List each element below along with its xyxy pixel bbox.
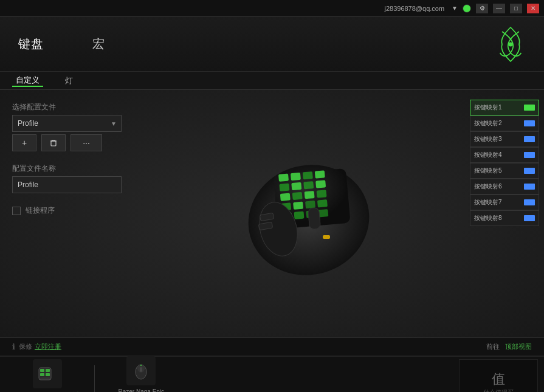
device-icon-naga — [126, 356, 156, 385]
svg-rect-8 — [278, 173, 289, 181]
key-mapping-item-5[interactable]: 按键映射5 — [470, 163, 539, 179]
profile-name-input[interactable] — [12, 176, 122, 193]
header-tabs: 键盘 宏 — [18, 36, 105, 52]
register-link[interactable]: 立即注册 — [35, 342, 61, 351]
view-prefix: 前往 — [486, 343, 500, 350]
key-mappings-container: 按键映射1按键映射2按键映射3按键映射4按键映射5按键映射6按键映射7按键映射8 — [470, 100, 539, 226]
svg-rect-9 — [290, 172, 300, 180]
info-icon: ℹ — [12, 342, 15, 351]
status-dot — [463, 4, 471, 13]
svg-rect-16 — [280, 193, 290, 201]
right-panel: 按键映射1按键映射2按键映射3按键映射4按键映射5按键映射6按键映射7按键映射8 — [465, 90, 544, 337]
key-mapping-bar-3 — [524, 136, 535, 142]
link-program-label: 链接程序 — [26, 205, 55, 216]
svg-rect-34 — [46, 369, 50, 372]
profile-select[interactable]: Profile — [12, 115, 122, 132]
key-mapping-label-1: 按键映射1 — [474, 103, 502, 112]
dropdown-arrow: ▼ — [452, 5, 458, 12]
close-button[interactable]: ✕ — [527, 4, 539, 13]
svg-rect-17 — [292, 191, 302, 199]
key-mapping-bar-6 — [524, 184, 535, 190]
link-program-checkbox[interactable] — [12, 207, 21, 215]
device-item-naga[interactable]: Razer Naga EpicChroma 那伽梵蛇无极幻彩版 — [101, 351, 181, 393]
key-mapping-bar-2 — [524, 120, 535, 126]
main-content: 选择配置文件 Profile ▼ + ··· — [0, 90, 544, 337]
watermark-icon: 值 — [483, 370, 514, 388]
subnav-light[interactable]: 灯 — [61, 75, 77, 86]
key-mapping-item-6[interactable]: 按键映射6 — [470, 179, 539, 194]
key-mapping-item-2[interactable]: 按键映射2 — [470, 115, 539, 131]
svg-rect-33 — [40, 369, 44, 372]
key-mapping-label-2: 按键映射2 — [474, 119, 502, 128]
svg-rect-19 — [316, 190, 326, 198]
more-profile-button[interactable]: ··· — [71, 134, 102, 151]
key-mapping-item-8[interactable]: 按键映射8 — [470, 210, 539, 226]
key-mapping-item-7[interactable]: 按键映射7 — [470, 194, 539, 210]
device-bar: Razer Orbweaver 金丝魔笼 Razer Naga EpicChro… — [0, 356, 544, 392]
subnav-custom[interactable]: 自定义 — [12, 75, 43, 87]
key-mapping-label-6: 按键映射6 — [474, 182, 502, 191]
key-mapping-item-3[interactable]: 按键映射3 — [470, 131, 539, 147]
svg-rect-31 — [323, 235, 330, 239]
view-text: 前往 顶部视图 — [486, 342, 532, 351]
add-profile-button[interactable]: + — [12, 134, 36, 151]
key-mapping-label-3: 按键映射3 — [474, 135, 502, 143]
profile-name-section: 配置文件名称 — [12, 159, 134, 193]
maximize-button[interactable]: □ — [510, 4, 522, 13]
delete-profile-button[interactable] — [41, 134, 66, 151]
svg-rect-21 — [293, 201, 303, 209]
key-mapping-bar-4 — [524, 152, 535, 158]
select-profile-section: 选择配置文件 Profile ▼ + ··· — [12, 102, 134, 151]
svg-rect-13 — [291, 182, 301, 190]
key-mapping-item-1[interactable]: 按键映射1 — [470, 100, 539, 115]
view-link[interactable]: 顶部视图 — [505, 343, 532, 350]
header: 键盘 宏 — [0, 17, 544, 72]
watermark-text: 什么值得买 — [483, 388, 514, 392]
device-item-orbweaver[interactable]: Razer Orbweaver 金丝魔笼 — [6, 354, 88, 392]
key-mapping-label-5: 按键映射5 — [474, 167, 502, 175]
svg-rect-11 — [314, 170, 325, 178]
trash-icon — [49, 139, 58, 147]
key-mapping-label-8: 按键映射8 — [474, 214, 502, 222]
profile-buttons: + ··· — [12, 134, 134, 151]
tab-macro[interactable]: 宏 — [92, 36, 105, 52]
svg-rect-40 — [140, 367, 142, 372]
subnav: 自定义 灯 — [0, 72, 544, 90]
mouse-area — [146, 90, 465, 337]
link-program-row: 链接程序 — [12, 205, 134, 216]
watermark: 值 什么值得买 — [459, 359, 538, 392]
razer-logo — [489, 23, 532, 66]
minimize-button[interactable]: — — [493, 4, 505, 13]
svg-rect-37 — [40, 377, 50, 379]
key-mapping-bar-7 — [524, 199, 535, 205]
svg-point-0 — [509, 42, 513, 46]
settings-button[interactable]: ⚙ — [476, 4, 488, 13]
status-bar: ℹ 保修 立即注册 前往 顶部视图 — [0, 337, 544, 356]
key-mapping-bar-8 — [524, 215, 535, 221]
profile-select-wrapper: Profile ▼ — [12, 115, 122, 132]
select-profile-label: 选择配置文件 — [12, 102, 134, 112]
profile-name-label: 配置文件名称 — [12, 163, 134, 174]
device-name-naga: Razer Naga EpicChroma 那伽梵蛇无极幻彩版 — [108, 388, 174, 393]
key-mapping-label-4: 按键映射4 — [474, 151, 502, 159]
titlebar: j28396878@qq.com ▼ ⚙ — □ ✕ — [0, 0, 544, 17]
svg-rect-23 — [317, 199, 327, 207]
user-email: j28396878@qq.com — [384, 5, 444, 12]
key-mapping-label-7: 按键映射7 — [474, 198, 502, 207]
tab-keyboard[interactable]: 键盘 — [18, 36, 44, 52]
key-mapping-bar-1 — [524, 105, 535, 111]
svg-rect-12 — [279, 183, 289, 191]
status-text: 保修 — [19, 342, 32, 351]
svg-rect-1 — [51, 141, 56, 146]
svg-rect-10 — [302, 171, 312, 179]
device-divider — [94, 365, 95, 392]
mouse-image — [215, 135, 397, 293]
svg-rect-18 — [304, 190, 314, 198]
left-panel: 选择配置文件 Profile ▼ + ··· — [0, 90, 146, 337]
svg-rect-15 — [315, 180, 326, 188]
svg-rect-35 — [40, 373, 44, 376]
key-mapping-bar-5 — [524, 168, 535, 174]
svg-rect-28 — [308, 207, 320, 229]
key-mapping-item-4[interactable]: 按键映射4 — [470, 147, 539, 163]
svg-rect-36 — [46, 373, 50, 376]
